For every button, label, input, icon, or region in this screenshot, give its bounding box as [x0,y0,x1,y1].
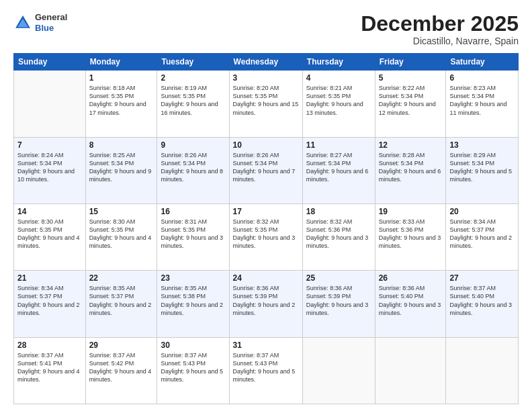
day-info: Sunrise: 8:37 AMSunset: 5:43 PMDaylight:… [161,351,225,384]
page: General Blue December 2025 Dicastillo, N… [0,0,532,411]
calendar-day-cell: 8Sunrise: 8:25 AMSunset: 5:34 PMDaylight… [85,137,157,203]
day-number: 18 [306,207,371,216]
day-info: Sunrise: 8:23 AMSunset: 5:34 PMDaylight:… [449,84,515,117]
calendar-day-cell: 12Sunrise: 8:28 AMSunset: 5:34 PMDayligh… [375,137,446,203]
day-number: 3 [233,73,299,83]
day-info: Sunrise: 8:31 AMSunset: 5:35 PMDaylight:… [161,218,225,250]
calendar-table: Sunday Monday Tuesday Wednesday Thursday… [13,53,519,404]
location: Dicastillo, Navarre, Spain [361,36,519,46]
day-number: 8 [89,140,154,150]
calendar-day-cell [446,337,519,404]
calendar-day-cell: 20Sunrise: 8:34 AMSunset: 5:37 PMDayligh… [446,203,519,270]
calendar-week-row: 1Sunrise: 8:18 AMSunset: 5:35 PMDaylight… [14,71,519,137]
day-info: Sunrise: 8:34 AMSunset: 5:37 PMDaylight:… [17,284,82,317]
day-info: Sunrise: 8:30 AMSunset: 5:35 PMDaylight:… [89,218,154,250]
day-info: Sunrise: 8:37 AMSunset: 5:42 PMDaylight:… [89,351,154,384]
calendar-week-row: 21Sunrise: 8:34 AMSunset: 5:37 PMDayligh… [14,271,519,337]
calendar-day-cell: 5Sunrise: 8:22 AMSunset: 5:34 PMDaylight… [375,71,446,137]
day-info: Sunrise: 8:26 AMSunset: 5:34 PMDaylight:… [233,151,299,184]
calendar-day-cell: 17Sunrise: 8:32 AMSunset: 5:35 PMDayligh… [229,203,302,270]
day-info: Sunrise: 8:35 AMSunset: 5:37 PMDaylight:… [89,284,154,317]
col-wednesday: Wednesday [229,54,302,71]
calendar-day-cell [302,337,375,404]
logo: General Blue [13,12,67,33]
day-info: Sunrise: 8:26 AMSunset: 5:34 PMDaylight:… [161,151,225,184]
day-info: Sunrise: 8:37 AMSunset: 5:41 PMDaylight:… [17,351,82,384]
calendar-day-cell: 24Sunrise: 8:36 AMSunset: 5:39 PMDayligh… [229,271,302,337]
calendar-week-row: 14Sunrise: 8:30 AMSunset: 5:35 PMDayligh… [14,203,519,270]
day-number: 6 [449,73,515,83]
day-number: 20 [449,207,515,216]
day-info: Sunrise: 8:33 AMSunset: 5:36 PMDaylight:… [379,218,443,250]
header: General Blue December 2025 Dicastillo, N… [13,12,519,46]
calendar-day-cell: 30Sunrise: 8:37 AMSunset: 5:43 PMDayligh… [157,337,229,404]
day-number: 21 [17,273,82,283]
day-info: Sunrise: 8:37 AMSunset: 5:40 PMDaylight:… [449,284,515,317]
logo-general: General [35,12,67,23]
day-number: 13 [449,140,515,150]
col-monday: Monday [85,54,157,71]
day-info: Sunrise: 8:35 AMSunset: 5:38 PMDaylight:… [161,284,225,317]
calendar-day-cell: 10Sunrise: 8:26 AMSunset: 5:34 PMDayligh… [229,137,302,203]
day-info: Sunrise: 8:32 AMSunset: 5:35 PMDaylight:… [233,218,299,250]
day-number: 19 [379,207,443,216]
calendar-day-cell: 26Sunrise: 8:36 AMSunset: 5:40 PMDayligh… [375,271,446,337]
calendar-day-cell: 25Sunrise: 8:36 AMSunset: 5:39 PMDayligh… [302,271,375,337]
calendar-day-cell: 7Sunrise: 8:24 AMSunset: 5:34 PMDaylight… [14,137,86,203]
calendar-day-cell: 14Sunrise: 8:30 AMSunset: 5:35 PMDayligh… [14,203,86,270]
day-number: 10 [233,140,299,150]
calendar-day-cell: 13Sunrise: 8:29 AMSunset: 5:34 PMDayligh… [446,137,519,203]
day-number: 25 [306,273,371,283]
calendar-day-cell [375,337,446,404]
day-number: 31 [233,340,299,350]
logo-blue: Blue [35,23,67,34]
calendar-day-cell: 23Sunrise: 8:35 AMSunset: 5:38 PMDayligh… [157,271,229,337]
calendar-day-cell: 4Sunrise: 8:21 AMSunset: 5:35 PMDaylight… [302,71,375,137]
col-sunday: Sunday [14,54,86,71]
logo-icon [13,13,32,32]
day-info: Sunrise: 8:32 AMSunset: 5:36 PMDaylight:… [306,218,371,250]
calendar-day-cell: 16Sunrise: 8:31 AMSunset: 5:35 PMDayligh… [157,203,229,270]
col-thursday: Thursday [302,54,375,71]
calendar-day-cell [14,71,86,137]
day-number: 15 [89,207,154,216]
day-info: Sunrise: 8:21 AMSunset: 5:35 PMDaylight:… [306,84,371,117]
day-number: 23 [161,273,225,283]
calendar-day-cell: 9Sunrise: 8:26 AMSunset: 5:34 PMDaylight… [157,137,229,203]
day-info: Sunrise: 8:30 AMSunset: 5:35 PMDaylight:… [17,218,82,250]
calendar-day-cell: 27Sunrise: 8:37 AMSunset: 5:40 PMDayligh… [446,271,519,337]
calendar-week-row: 7Sunrise: 8:24 AMSunset: 5:34 PMDaylight… [14,137,519,203]
day-number: 22 [89,273,154,283]
day-number: 9 [161,140,225,150]
day-number: 11 [306,140,371,150]
day-info: Sunrise: 8:37 AMSunset: 5:43 PMDaylight:… [233,351,299,384]
calendar-day-cell: 15Sunrise: 8:30 AMSunset: 5:35 PMDayligh… [85,203,157,270]
day-info: Sunrise: 8:28 AMSunset: 5:34 PMDaylight:… [379,151,443,184]
calendar-day-cell: 6Sunrise: 8:23 AMSunset: 5:34 PMDaylight… [446,71,519,137]
calendar-day-cell: 22Sunrise: 8:35 AMSunset: 5:37 PMDayligh… [85,271,157,337]
day-info: Sunrise: 8:22 AMSunset: 5:34 PMDaylight:… [379,84,443,117]
day-number: 14 [17,207,82,216]
logo-text: General Blue [35,12,67,33]
calendar-header-row: Sunday Monday Tuesday Wednesday Thursday… [14,54,519,71]
day-number: 16 [161,207,225,216]
day-number: 5 [379,73,443,83]
day-info: Sunrise: 8:24 AMSunset: 5:34 PMDaylight:… [17,151,82,184]
col-tuesday: Tuesday [157,54,229,71]
day-number: 29 [89,340,154,350]
calendar-day-cell: 21Sunrise: 8:34 AMSunset: 5:37 PMDayligh… [14,271,86,337]
day-number: 7 [17,140,82,150]
day-number: 12 [379,140,443,150]
month-title: December 2025 [361,12,519,36]
calendar-week-row: 28Sunrise: 8:37 AMSunset: 5:41 PMDayligh… [14,337,519,404]
calendar-day-cell: 3Sunrise: 8:20 AMSunset: 5:35 PMDaylight… [229,71,302,137]
calendar-day-cell: 11Sunrise: 8:27 AMSunset: 5:34 PMDayligh… [302,137,375,203]
day-info: Sunrise: 8:34 AMSunset: 5:37 PMDaylight:… [449,218,515,250]
day-number: 30 [161,340,225,350]
day-info: Sunrise: 8:36 AMSunset: 5:39 PMDaylight:… [306,284,371,317]
calendar-day-cell: 2Sunrise: 8:19 AMSunset: 5:35 PMDaylight… [157,71,229,137]
day-number: 27 [449,273,515,283]
calendar-day-cell: 31Sunrise: 8:37 AMSunset: 5:43 PMDayligh… [229,337,302,404]
day-info: Sunrise: 8:36 AMSunset: 5:40 PMDaylight:… [379,284,443,317]
day-info: Sunrise: 8:25 AMSunset: 5:34 PMDaylight:… [89,151,154,184]
